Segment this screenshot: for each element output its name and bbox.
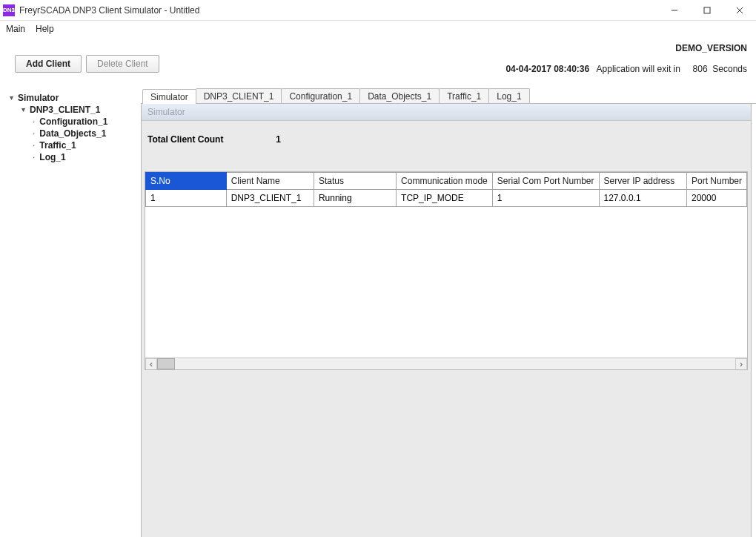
status-version: DEMO_VERSION [675,43,747,53]
tree-log-label: Log_1 [39,151,65,163]
tab-configuration-1[interactable]: Configuration_1 [281,88,360,103]
bullet-icon: · [33,139,35,151]
total-client-count-row: Total Client Count 1 [142,134,751,171]
cell-sno: 1 [146,190,227,207]
section-inner: Total Client Count 1 S.No Client Name St… [142,121,751,537]
main-area: ▾ Simulator ▾ DNP3_CLIENT_1 · Configurat… [0,88,756,537]
status-exit-suffix: Seconds [712,64,747,74]
tab-traffic-1[interactable]: Traffic_1 [439,88,489,103]
col-header-serial-port[interactable]: Serial Com Port Number [492,173,599,190]
tree-config[interactable]: · Configuration_1 [7,116,138,128]
tab-dnp3-client-1[interactable]: DNP3_CLIENT_1 [196,88,282,103]
tree-config-label: Configuration_1 [39,116,107,128]
tree-client-label: DNP3_CLIENT_1 [30,104,100,116]
section-header: Simulator [142,104,751,121]
window-title: FreyrSCADA DNP3 Client Simulator - Untit… [19,5,658,16]
delete-client-button[interactable]: Delete Client [86,55,159,73]
menu-help[interactable]: Help [36,24,54,34]
toolbar: Add Client Delete Client DEMO_VERSION 04… [0,37,756,88]
col-header-comm-mode[interactable]: Communication mode [397,173,493,190]
cell-comm-mode: TCP_IP_MODE [397,190,493,207]
status-datetime: 04-04-2017 08:40:36 [505,64,589,74]
total-client-count-label: Total Client Count [147,134,273,145]
tab-log-1[interactable]: Log_1 [488,88,529,103]
scroll-left-arrow-icon[interactable]: ‹ [145,358,157,370]
tab-body: Simulator Total Client Count 1 S.No Clie… [141,104,752,537]
tree-root-label: Simulator [18,92,59,104]
clients-table: S.No Client Name Status Communication mo… [145,172,747,207]
tree-root[interactable]: ▾ Simulator [7,92,138,104]
cell-server-ip: 127.0.0.1 [599,190,686,207]
chevron-down-icon[interactable]: ▾ [19,104,27,116]
clients-grid: S.No Client Name Status Communication mo… [145,171,748,370]
tab-simulator[interactable]: Simulator [142,89,196,104]
tree-traffic-label: Traffic_1 [39,139,76,151]
scroll-track[interactable] [157,358,735,369]
cell-port-number: 20000 [686,190,746,207]
bullet-icon: · [33,128,35,139]
svg-rect-1 [704,7,710,13]
horizontal-scrollbar[interactable]: ‹ › [145,358,747,369]
tree-data-objects-label: Data_Objects_1 [39,128,106,139]
col-header-port-number[interactable]: Port Number [686,173,746,190]
bullet-icon: · [33,116,35,128]
col-header-server-ip[interactable]: Server IP address [599,173,686,190]
status-exit-seconds: 806 [693,64,708,74]
tree-data-objects[interactable]: · Data_Objects_1 [7,128,138,139]
col-header-sno[interactable]: S.No [146,173,227,190]
minimize-button[interactable] [658,0,691,20]
title-bar: DN3 FreyrSCADA DNP3 Client Simulator - U… [0,0,756,21]
scroll-right-arrow-icon[interactable]: › [735,358,747,370]
status-block: DEMO_VERSION 04-04-2017 08:40:36 Applica… [491,43,747,85]
maximize-button[interactable] [691,0,723,20]
add-client-button[interactable]: Add Client [15,55,82,73]
content-panel: Simulator DNP3_CLIENT_1 Configuration_1 … [141,88,756,537]
tree-log[interactable]: · Log_1 [7,151,138,163]
total-client-count-value: 1 [276,134,281,145]
table-row[interactable]: 1 DNP3_CLIENT_1 Running TCP_IP_MODE 1 12… [146,190,747,207]
chevron-down-icon[interactable]: ▾ [7,92,15,104]
tab-data-objects-1[interactable]: Data_Objects_1 [359,88,440,103]
tree-client[interactable]: ▾ DNP3_CLIENT_1 [7,104,138,116]
app-icon: DN3 [3,4,15,16]
bullet-icon: · [33,151,35,163]
table-header-row: S.No Client Name Status Communication mo… [146,173,747,190]
close-button[interactable] [723,0,756,20]
col-header-client-name[interactable]: Client Name [226,173,314,190]
cell-status: Running [314,190,396,207]
tree-panel: ▾ Simulator ▾ DNP3_CLIENT_1 · Configurat… [0,88,141,537]
menu-bar: Main Help [0,21,756,37]
status-exit-prefix: Application will exit in [597,64,680,74]
cell-serial-port: 1 [492,190,599,207]
menu-main[interactable]: Main [6,24,25,34]
tab-strip: Simulator DNP3_CLIENT_1 Configuration_1 … [141,88,756,104]
scroll-thumb[interactable] [157,358,175,369]
window-controls [658,0,756,20]
cell-client-name: DNP3_CLIENT_1 [226,190,314,207]
col-header-status[interactable]: Status [314,173,396,190]
tree-traffic[interactable]: · Traffic_1 [7,139,138,151]
